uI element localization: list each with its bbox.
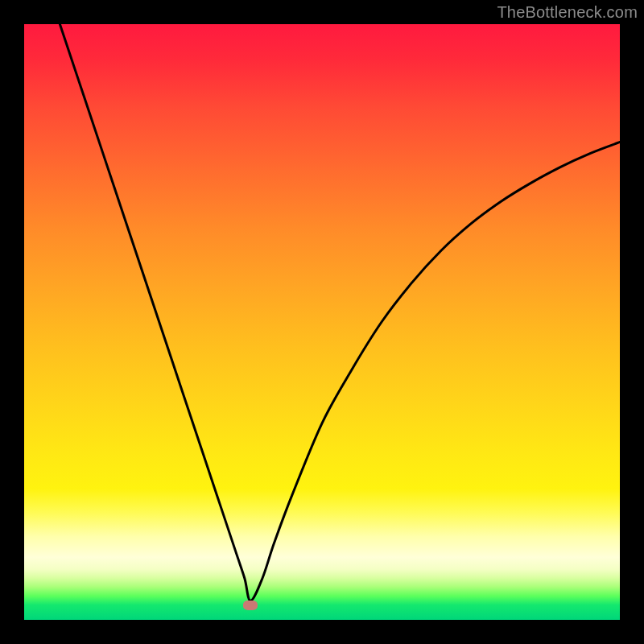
bottleneck-curve xyxy=(24,24,620,620)
chart-frame: TheBottleneck.com xyxy=(0,0,644,644)
optimum-marker xyxy=(243,601,258,610)
curve-path xyxy=(60,24,620,601)
watermark-text: TheBottleneck.com xyxy=(497,3,638,22)
plot-area xyxy=(24,24,620,620)
